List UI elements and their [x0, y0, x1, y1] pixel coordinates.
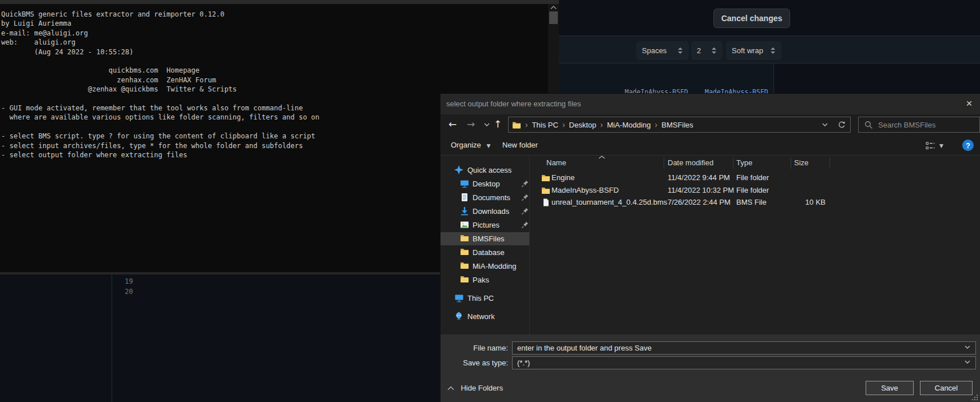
column-header-size[interactable]: Size — [794, 158, 808, 167]
file-name: MadeInAbyss-BSFD — [552, 186, 619, 194]
pin-icon — [521, 221, 529, 229]
breadcrumb-separator: › — [600, 120, 603, 129]
clipped-code-text: MadeInAbyss-BSFD — [705, 88, 768, 94]
resize-grip[interactable] — [972, 395, 978, 400]
indent-mode-select[interactable]: Spaces — [636, 41, 689, 60]
sidebar-item-bmsfiles[interactable]: BMSFiles — [441, 232, 529, 245]
column-divider[interactable] — [733, 157, 733, 169]
cancel-changes-button[interactable]: Cancel changes — [713, 9, 790, 28]
clipped-code-text: MadeInAbyss-BSFD — [625, 88, 688, 94]
save-as-type-dropdown-icon[interactable] — [965, 360, 970, 364]
refresh-icon — [838, 121, 846, 129]
new-folder-button[interactable]: New folder — [502, 141, 538, 149]
breadcrumb-bmsfiles[interactable]: BMSFiles — [661, 121, 693, 129]
search-box[interactable]: Search BMSFiles — [858, 117, 980, 133]
file-date: 11/4/2022 9:44 PM — [668, 173, 730, 182]
chevron-up-icon — [447, 386, 454, 391]
editor-border — [773, 63, 774, 94]
column-header-date[interactable]: Date modified — [668, 158, 713, 167]
sidebar-item-mia-modding[interactable]: MiA-Modding — [441, 260, 529, 273]
view-mode-icon[interactable] — [926, 142, 935, 150]
dialog-title: select output folder where extracting fi… — [446, 99, 581, 108]
terminal-output: QuickBMS generic files extractor and rei… — [1, 10, 319, 160]
file-row-engine[interactable]: Engine 11/4/2022 9:44 PM File folder — [441, 172, 980, 184]
sidebar-label: MiA-Modding — [473, 262, 517, 270]
file-size: 10 KB — [794, 198, 826, 206]
file-name: unreal_tournament_4_0.4.25d.bms — [552, 198, 667, 206]
sidebar-label: Pictures — [473, 221, 499, 229]
recent-locations-icon[interactable] — [484, 123, 490, 127]
column-divider[interactable] — [830, 157, 830, 169]
sidebar-label: Network — [467, 312, 495, 321]
breadcrumb[interactable]: › This PC › Desktop › MiA-Modding › BMSF… — [508, 117, 834, 133]
sidebar-label: This PC — [467, 294, 494, 303]
sidebar-item-pictures[interactable]: Pictures — [441, 218, 529, 232]
save-dialog: select output folder where extracting fi… — [441, 94, 980, 402]
indent-size-select[interactable]: 2 — [691, 41, 723, 60]
view-mode-dropdown-icon[interactable]: ▼ — [939, 143, 943, 149]
cancel-button[interactable]: Cancel — [920, 381, 973, 395]
code-editor-peek: MadeInAbyss-BSFD MadeInAbyss-BSFD — [559, 63, 773, 94]
column-header-type[interactable]: Type — [736, 158, 752, 167]
screen: Cancel changes Spaces 2 Soft wrap MadeIn… — [0, 0, 980, 402]
updown-arrows-icon — [677, 47, 683, 54]
file-type: BMS File — [736, 198, 767, 206]
this-pc-icon — [454, 293, 464, 303]
file-name-label: File name: — [441, 344, 508, 352]
search-icon — [864, 121, 873, 129]
breadcrumb-desktop[interactable]: Desktop — [569, 121, 597, 129]
breadcrumb-separator: › — [562, 120, 565, 129]
dialog-bottom-panel: File name: Save as type: (*.*) Hide Fold… — [441, 335, 980, 402]
breadcrumb-mia-modding[interactable]: MiA-Modding — [607, 121, 651, 129]
organize-dropdown-icon: ▼ — [486, 143, 490, 149]
back-button[interactable]: ← — [449, 118, 457, 130]
column-header-name[interactable]: Name — [546, 158, 566, 167]
file-date: 11/4/2022 10:32 PM — [668, 186, 734, 194]
code-editor-bottom: 19 20 — [0, 274, 441, 402]
folder-icon — [460, 275, 469, 283]
folder-icon — [460, 248, 469, 256]
forward-button[interactable]: → — [467, 118, 475, 130]
hide-folders-button[interactable]: Hide Folders — [447, 383, 503, 393]
save-as-type-select[interactable]: (*.*) — [512, 356, 976, 369]
save-button[interactable]: Save — [866, 381, 914, 395]
help-icon[interactable]: ? — [962, 140, 974, 151]
breadcrumb-separator: › — [655, 120, 658, 129]
dialog-body: Quick access Desktop Docum — [441, 156, 980, 335]
file-name-input[interactable] — [512, 341, 976, 355]
sidebar-item-paks[interactable]: Paks — [441, 273, 529, 286]
indent-mode-value: Spaces — [642, 46, 666, 55]
wrap-mode-select[interactable]: Soft wrap — [726, 41, 781, 60]
dialog-title-bar[interactable]: select output folder where extracting fi… — [441, 94, 980, 114]
up-button[interactable]: ↑ — [494, 118, 502, 130]
address-dropdown-icon[interactable] — [822, 123, 828, 127]
search-placeholder[interactable]: Search BMSFiles — [878, 121, 935, 129]
scrollbar-thumb[interactable] — [549, 11, 558, 24]
line-number: 20 — [125, 286, 133, 297]
column-divider[interactable] — [664, 157, 664, 169]
indent-size-value: 2 — [697, 46, 701, 55]
column-divider[interactable] — [791, 157, 791, 169]
hide-folders-label: Hide Folders — [461, 384, 503, 392]
refresh-button[interactable] — [833, 117, 851, 133]
file-type: File folder — [736, 173, 769, 182]
bms-file-icon — [542, 198, 550, 207]
wrap-mode-value: Soft wrap — [732, 46, 763, 55]
sidebar-item-network[interactable]: Network — [441, 310, 529, 323]
scroll-up-icon[interactable] — [550, 6, 557, 10]
file-row-bms-script[interactable]: unreal_tournament_4_0.4.25d.bms 7/26/202… — [441, 196, 980, 209]
sidebar-item-database[interactable]: Database — [441, 246, 529, 259]
file-name-dropdown-icon[interactable] — [965, 345, 970, 349]
address-bar: ← → ↑ › This PC › Desktop › MiA-Modding … — [441, 114, 980, 136]
pictures-icon — [460, 220, 469, 229]
close-icon[interactable]: × — [962, 95, 977, 112]
organize-button[interactable]: Organize ▼ — [451, 141, 490, 149]
gutter-divider — [112, 274, 112, 402]
save-as-type-label: Save as type: — [441, 359, 508, 367]
updown-arrows-icon — [711, 47, 717, 54]
sidebar-item-this-pc[interactable]: This PC — [441, 292, 529, 305]
sidebar-label: BMSFiles — [473, 234, 505, 243]
file-row-madeinabyss-bsfd[interactable]: MadeInAbyss-BSFD 11/4/2022 10:32 PM File… — [441, 184, 980, 197]
file-type: File folder — [736, 186, 769, 194]
breadcrumb-this-pc[interactable]: This PC — [532, 121, 558, 129]
